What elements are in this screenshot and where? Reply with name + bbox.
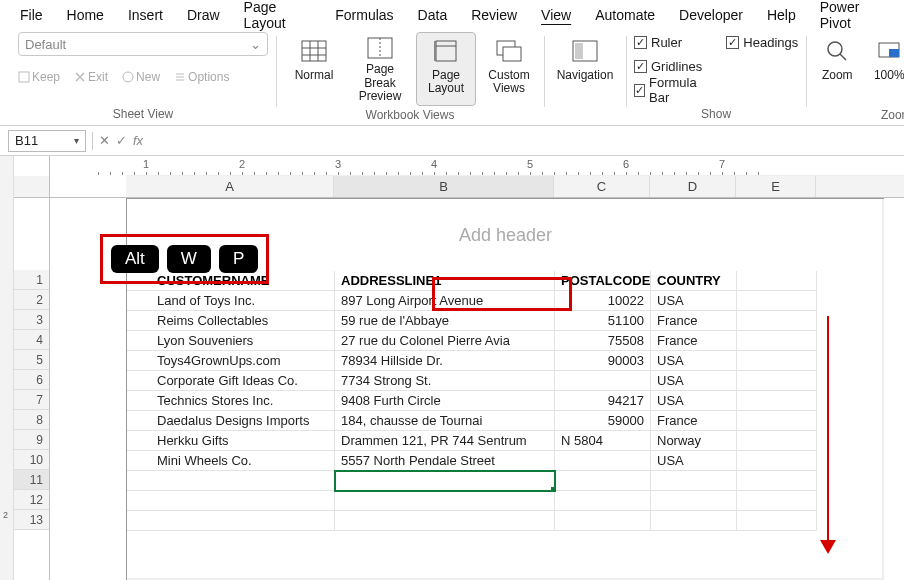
cell[interactable]: Herkku Gifts xyxy=(127,431,335,451)
cell[interactable] xyxy=(737,491,817,511)
menu-automate[interactable]: Automate xyxy=(583,4,667,26)
menu-data[interactable]: Data xyxy=(406,4,460,26)
page-break-preview-button[interactable]: Page Break Preview xyxy=(350,32,410,106)
cell[interactable]: France xyxy=(651,411,737,431)
cell[interactable]: 27 rue du Colonel Pierre Avia xyxy=(335,331,555,351)
cell[interactable] xyxy=(335,491,555,511)
row-header[interactable]: 12 xyxy=(14,490,49,510)
cell[interactable] xyxy=(737,371,817,391)
name-box[interactable]: B11 ▾ xyxy=(8,130,86,152)
cell[interactable]: Toys4GrownUps.com xyxy=(127,351,335,371)
cancel-icon[interactable]: ✕ xyxy=(99,133,110,148)
cell[interactable]: 184, chausse de Tournai xyxy=(335,411,555,431)
cell[interactable] xyxy=(555,491,651,511)
cell[interactable] xyxy=(737,411,817,431)
gridlines-checkbox[interactable]: ✓Gridlines xyxy=(634,56,702,76)
cell[interactable] xyxy=(127,511,335,531)
menu-review[interactable]: Review xyxy=(459,4,529,26)
row-header[interactable]: 11 xyxy=(14,470,49,490)
cell[interactable]: 59 rue de l'Abbaye xyxy=(335,311,555,331)
col-header-d[interactable]: D xyxy=(650,176,736,197)
ruler-checkbox[interactable]: ✓Ruler xyxy=(634,32,702,52)
cell[interactable]: USA xyxy=(651,391,737,411)
cell[interactable] xyxy=(555,511,651,531)
enter-icon[interactable]: ✓ xyxy=(116,133,127,148)
cell[interactable]: Drammen 121, PR 744 Sentrum xyxy=(335,431,555,451)
normal-view-button[interactable]: Normal xyxy=(284,32,344,106)
cell[interactable]: 5557 North Pendale Street xyxy=(335,451,555,471)
cell[interactable] xyxy=(737,351,817,371)
row-header[interactable]: 2 xyxy=(14,290,49,310)
cell[interactable]: N 5804 xyxy=(555,431,651,451)
cell[interactable]: USA xyxy=(651,351,737,371)
cell[interactable] xyxy=(335,471,555,491)
cell[interactable] xyxy=(737,471,817,491)
col-header-e[interactable]: E xyxy=(736,176,816,197)
row-header[interactable]: 7 xyxy=(14,390,49,410)
col-header-a[interactable]: A xyxy=(126,176,334,197)
menu-home[interactable]: Home xyxy=(55,4,116,26)
outline-marker[interactable]: 2 xyxy=(3,510,8,520)
row-header[interactable]: 5 xyxy=(14,350,49,370)
headings-checkbox[interactable]: ✓Headings xyxy=(726,32,798,52)
menu-view[interactable]: View xyxy=(529,4,583,26)
menu-page-layout[interactable]: Page Layout xyxy=(232,0,324,34)
row-header[interactable]: 4 xyxy=(14,330,49,350)
cell[interactable] xyxy=(651,511,737,531)
cell[interactable] xyxy=(127,471,335,491)
cell[interactable] xyxy=(555,371,651,391)
cell[interactable]: 9408 Furth Circle xyxy=(335,391,555,411)
cell[interactable]: Norway xyxy=(651,431,737,451)
menu-formulas[interactable]: Formulas xyxy=(323,4,405,26)
cell[interactable] xyxy=(737,511,817,531)
cell[interactable] xyxy=(737,291,817,311)
cell[interactable]: USA xyxy=(651,291,737,311)
row-header[interactable]: 3 xyxy=(14,310,49,330)
cell[interactable] xyxy=(737,271,817,291)
row-header[interactable]: 10 xyxy=(14,450,49,470)
zoom-button[interactable]: Zoom xyxy=(814,32,860,106)
cell[interactable]: 90003 xyxy=(555,351,651,371)
menu-power-pivot[interactable]: Power Pivot xyxy=(808,0,896,34)
cell[interactable] xyxy=(555,451,651,471)
cell[interactable] xyxy=(555,471,651,491)
menu-help[interactable]: Help xyxy=(755,4,808,26)
cell[interactable]: Land of Toys Inc. xyxy=(127,291,335,311)
zoom-100-button[interactable]: 100% xyxy=(866,32,904,106)
formula-bar-checkbox[interactable]: ✓Formula Bar xyxy=(634,80,702,100)
cell[interactable] xyxy=(737,311,817,331)
cell[interactable]: Corporate Gift Ideas Co. xyxy=(127,371,335,391)
navigation-button[interactable]: Navigation xyxy=(552,32,618,106)
cell[interactable]: Mini Wheels Co. xyxy=(127,451,335,471)
row-header[interactable]: 13 xyxy=(14,510,49,530)
cell[interactable] xyxy=(737,451,817,471)
cell[interactable]: Reims Collectables xyxy=(127,311,335,331)
cell[interactable]: France xyxy=(651,331,737,351)
page-layout-button[interactable]: Page Layout xyxy=(416,32,476,106)
cell[interactable] xyxy=(737,431,817,451)
menu-draw[interactable]: Draw xyxy=(175,4,232,26)
cell[interactable]: COUNTRY xyxy=(651,271,737,291)
cell[interactable] xyxy=(737,331,817,351)
cell[interactable]: USA xyxy=(651,451,737,471)
cell[interactable] xyxy=(651,471,737,491)
cell[interactable]: Daedalus Designs Imports xyxy=(127,411,335,431)
cell[interactable]: 94217 xyxy=(555,391,651,411)
custom-views-button[interactable]: Custom Views xyxy=(482,32,536,106)
cell[interactable]: 59000 xyxy=(555,411,651,431)
menu-insert[interactable]: Insert xyxy=(116,4,175,26)
col-header-b[interactable]: B xyxy=(334,176,554,197)
row-header[interactable]: 8 xyxy=(14,410,49,430)
cell[interactable]: Lyon Souveniers xyxy=(127,331,335,351)
cell[interactable]: Technics Stores Inc. xyxy=(127,391,335,411)
cell[interactable]: 75508 xyxy=(555,331,651,351)
menu-file[interactable]: File xyxy=(8,4,55,26)
cell[interactable] xyxy=(127,491,335,511)
col-header-c[interactable]: C xyxy=(554,176,650,197)
cell[interactable] xyxy=(651,491,737,511)
cell[interactable] xyxy=(335,511,555,531)
cell[interactable]: USA xyxy=(651,371,737,391)
row-header[interactable]: 1 xyxy=(14,270,49,290)
row-header[interactable]: 6 xyxy=(14,370,49,390)
cell[interactable]: France xyxy=(651,311,737,331)
